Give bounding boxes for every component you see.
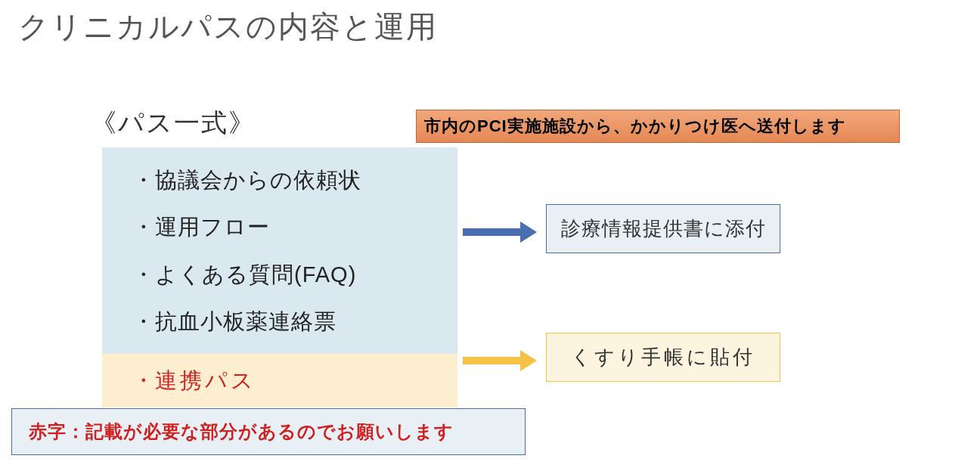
callout-yellow: くすり手帳に貼付 — [546, 333, 780, 382]
page-title: クリニカルパスの内容と運用 — [18, 6, 438, 48]
list-item: ・協議会からの依頼状 — [132, 156, 444, 203]
arrow-right-icon — [463, 352, 538, 370]
callout-blue: 診療情報提供書に添付 — [546, 204, 780, 253]
note-orange: 市内のPCI実施施設から、かかりつけ医へ送付します — [416, 110, 900, 143]
section-header: 《パス一式》 — [91, 106, 256, 141]
arrow-right-icon — [463, 223, 538, 241]
list-item: ・よくある質問(FAQ) — [132, 251, 444, 298]
list-bottom-group: ・連携パス — [102, 354, 457, 407]
list-item-text: 連携パス — [155, 368, 256, 392]
list-top-group: ・協議会からの依頼状 ・運用フロー ・よくある質問(FAQ) ・抗血小板薬連絡票 — [102, 147, 457, 354]
footer-note: 赤字：記載が必要な部分があるのでお願いします — [11, 408, 526, 455]
list-item: ・抗血小板薬連絡票 — [132, 298, 444, 345]
list-item: ・運用フロー — [132, 203, 444, 250]
list-item-dot: ・ — [132, 368, 155, 392]
list-box: ・協議会からの依頼状 ・運用フロー ・よくある質問(FAQ) ・抗血小板薬連絡票… — [102, 147, 457, 407]
